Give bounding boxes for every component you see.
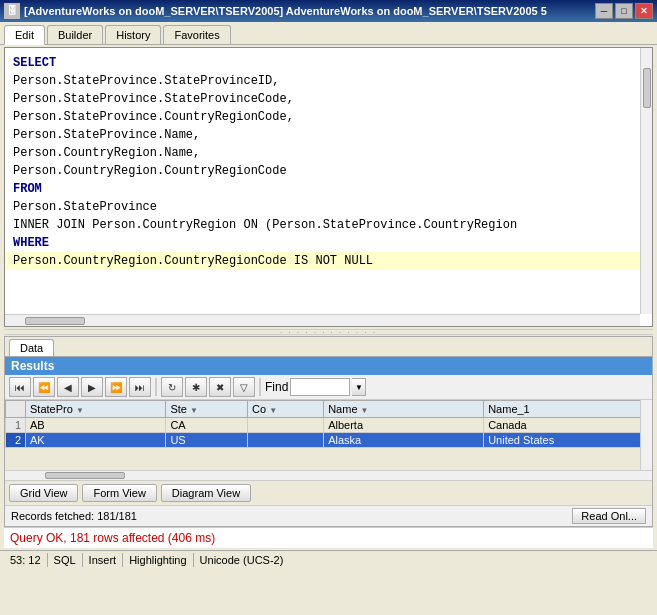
title-controls[interactable]: ─ □ ✕ [595, 3, 653, 19]
th-col3[interactable]: Co ▼ [248, 401, 324, 418]
form-view-button[interactable]: Form View [82, 484, 156, 502]
row-col2: CA [166, 418, 248, 433]
sort-arrow-3: ▼ [269, 406, 277, 415]
table-row[interactable]: 1 AB CA Alberta Canada [6, 418, 652, 433]
grid-view-button[interactable]: Grid View [9, 484, 78, 502]
row-col1: AB [26, 418, 166, 433]
row-col5: United States [484, 433, 652, 448]
minimize-button[interactable]: ─ [595, 3, 613, 19]
resize-handle[interactable]: · · · · · · · · · · · · [4, 329, 653, 335]
sql-line2: Person.StateProvince.StateProvinceID, [13, 74, 279, 88]
th-col4[interactable]: Name ▼ [324, 401, 484, 418]
row-col3 [248, 418, 324, 433]
status-mode: SQL [48, 553, 83, 567]
prev-page-button[interactable]: ⏪ [33, 377, 55, 397]
title-bar-left: 🗄 [AdventureWorks on dooM_SERVER\TSERV20… [4, 3, 547, 19]
table-scrollbar-vertical[interactable] [640, 400, 652, 470]
status-bar: 53: 12 SQL Insert Highlighting Unicode (… [0, 550, 657, 569]
sql-line3: Person.StateProvince.StateProvinceCode, [13, 92, 294, 106]
table-scrollbar-horizontal[interactable] [5, 470, 652, 480]
status-highlighting: Highlighting [123, 553, 193, 567]
th-col5[interactable]: Name_1 [484, 401, 652, 418]
tab-history[interactable]: History [105, 25, 161, 44]
query-status: Query OK, 181 rows affected (406 ms) [4, 527, 653, 548]
last-record-button[interactable]: ⏭ [129, 377, 151, 397]
data-tab-data[interactable]: Data [9, 339, 54, 356]
close-button[interactable]: ✕ [635, 3, 653, 19]
table-body: 1 AB CA Alberta Canada 2 AK US Alaska Un… [6, 418, 652, 448]
next-record-button[interactable]: ▶ [81, 377, 103, 397]
row-col4: Alberta [324, 418, 484, 433]
th-col1[interactable]: StatePro ▼ [26, 401, 166, 418]
sql-line4: Person.StateProvince.CountryRegionCode, [13, 110, 294, 124]
find-input[interactable] [290, 378, 350, 396]
data-section: Data Results ⏮ ⏪ ◀ ▶ ⏩ ⏭ ↻ ✱ ✖ ▽ Find ▼ … [4, 336, 653, 527]
editor-scrollbar-horizontal[interactable] [5, 314, 640, 326]
app-icon: 🗄 [4, 3, 20, 19]
table-row[interactable]: 2 AK US Alaska United States [6, 433, 652, 448]
filter-button[interactable]: ▽ [233, 377, 255, 397]
sql-keyword-where: WHERE [13, 236, 49, 250]
view-buttons: Grid View Form View Diagram View [5, 480, 652, 505]
sql-line7: Person.CountryRegion.CountryRegionCode [13, 164, 287, 178]
editor-scroll-thumb-h[interactable] [25, 317, 85, 325]
title-bar: 🗄 [AdventureWorks on dooM_SERVER\TSERV20… [0, 0, 657, 22]
sql-keyword-from: FROM [13, 182, 42, 196]
sql-editor[interactable]: SELECT Person.StateProvince.StateProvinc… [4, 47, 653, 327]
first-record-button[interactable]: ⏮ [9, 377, 31, 397]
toolbar-separator-1 [155, 378, 157, 396]
sort-arrow-2: ▼ [190, 406, 198, 415]
diagram-view-button[interactable]: Diagram View [161, 484, 251, 502]
status-encoding: Unicode (UCS-2) [194, 553, 290, 567]
sql-line5: Person.StateProvince.Name, [13, 128, 200, 142]
find-label: Find [265, 380, 288, 394]
table-scroll-thumb[interactable] [45, 472, 125, 479]
add-record-button[interactable]: ✱ [185, 377, 207, 397]
sort-arrow-1: ▼ [76, 406, 84, 415]
tab-favorites[interactable]: Favorites [163, 25, 230, 44]
table-area: StatePro ▼ Ste ▼ Co ▼ Name ▼ Name_1 1 AB… [5, 400, 652, 470]
toolbar-separator-2 [259, 378, 261, 396]
read-only-button[interactable]: Read Onl... [572, 508, 646, 524]
results-table: StatePro ▼ Ste ▼ Co ▼ Name ▼ Name_1 1 AB… [5, 400, 652, 448]
tab-bar: Edit Builder History Favorites [0, 22, 657, 45]
row-col5: Canada [484, 418, 652, 433]
results-table-wrapper[interactable]: StatePro ▼ Ste ▼ Co ▼ Name ▼ Name_1 1 AB… [5, 400, 652, 470]
editor-scrollbar-vertical[interactable] [640, 48, 652, 314]
data-tab-bar: Data [5, 337, 652, 357]
sql-line6: Person.CountryRegion.Name, [13, 146, 200, 160]
find-dropdown[interactable]: ▼ [352, 378, 366, 396]
status-position: 53: 12 [4, 553, 48, 567]
row-col3 [248, 433, 324, 448]
row-col4: Alaska [324, 433, 484, 448]
sql-highlight-line: Person.CountryRegion.CountryRegionCode I… [5, 252, 652, 270]
tab-builder[interactable]: Builder [47, 25, 103, 44]
row-col1: AK [26, 433, 166, 448]
maximize-button[interactable]: □ [615, 3, 633, 19]
status-edit-mode: Insert [83, 553, 124, 567]
table-header-row: StatePro ▼ Ste ▼ Co ▼ Name ▼ Name_1 [6, 401, 652, 418]
results-header: Results [5, 357, 652, 375]
sql-line10: INNER JOIN Person.CountryRegion ON (Pers… [13, 218, 517, 232]
results-toolbar: ⏮ ⏪ ◀ ▶ ⏩ ⏭ ↻ ✱ ✖ ▽ Find ▼ [5, 375, 652, 400]
records-fetched-text: Records fetched: 181/181 [11, 510, 137, 522]
row-num: 2 [6, 433, 26, 448]
th-col2[interactable]: Ste ▼ [166, 401, 248, 418]
next-page-button[interactable]: ⏩ [105, 377, 127, 397]
row-num: 1 [6, 418, 26, 433]
sort-arrow-4: ▼ [361, 406, 369, 415]
tab-edit[interactable]: Edit [4, 25, 45, 45]
sql-keyword-select: SELECT [13, 56, 56, 70]
sql-content[interactable]: SELECT Person.StateProvince.StateProvinc… [5, 48, 652, 314]
resize-dots: · · · · · · · · · · · · [280, 328, 377, 337]
records-bar: Records fetched: 181/181 Read Onl... [5, 505, 652, 526]
title-text: [AdventureWorks on dooM_SERVER\TSERV2005… [24, 5, 547, 17]
delete-record-button[interactable]: ✖ [209, 377, 231, 397]
refresh-button[interactable]: ↻ [161, 377, 183, 397]
prev-record-button[interactable]: ◀ [57, 377, 79, 397]
th-row-num [6, 401, 26, 418]
row-col2: US [166, 433, 248, 448]
sql-line9: Person.StateProvince [13, 200, 157, 214]
editor-scroll-thumb-v[interactable] [643, 68, 651, 108]
